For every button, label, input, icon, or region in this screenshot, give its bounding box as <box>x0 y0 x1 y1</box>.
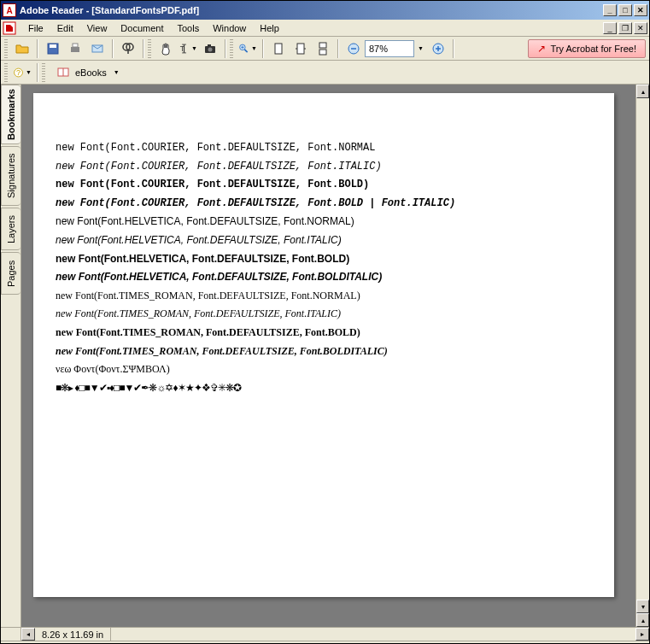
pdf-icon <box>3 21 16 35</box>
svg-rect-4 <box>73 44 78 47</box>
menu-help[interactable]: Help <box>253 21 286 35</box>
document-line: new Font(Font.TIMES_ROMAN, Font.DEFAULTS… <box>56 324 592 342</box>
vertical-scrollbar[interactable]: ▴ ▾ ▴ ▾ <box>635 85 649 627</box>
zoom-in-plus-button[interactable] <box>428 38 448 59</box>
document-line: new Font(Font.HELVETICA, Font.DEFAULTSIZ… <box>56 250 592 269</box>
tab-bookmarks[interactable]: Bookmarks <box>1 85 20 144</box>
scroll-down-button[interactable]: ▾ <box>636 600 649 613</box>
print-button[interactable] <box>65 38 85 59</box>
svg-rect-18 <box>275 44 282 54</box>
scroll-track[interactable] <box>636 98 649 600</box>
page-dimensions: 8.26 x 11.69 in <box>35 628 111 641</box>
toolbar-grip[interactable] <box>4 63 8 82</box>
document-line: new Font(Font.COURIER, Font.DEFAULTSIZE,… <box>56 139 592 158</box>
toolbar-grip[interactable] <box>4 39 8 58</box>
document-line: new Font(Font.TIMES_ROMAN, Font.DEFAULTS… <box>56 287 592 306</box>
minimize-button[interactable]: _ <box>603 4 617 16</box>
svg-line-15 <box>244 49 247 51</box>
dropdown-arrow-icon: ▼ <box>251 45 257 51</box>
toolbar-grip[interactable] <box>148 39 151 58</box>
mdi-minimize-button[interactable]: _ <box>603 22 617 34</box>
text-select-button[interactable]: T▼ <box>178 38 198 59</box>
zoom-input[interactable]: 87% <box>365 40 414 57</box>
continuous-button[interactable] <box>313 38 333 59</box>
page-up-button[interactable]: ▴ <box>636 613 649 627</box>
mdi-restore-button[interactable]: ❐ <box>618 22 632 34</box>
separator <box>337 39 339 58</box>
ebooks-label: eBooks <box>75 67 107 78</box>
search-button[interactable] <box>118 38 138 59</box>
svg-rect-3 <box>71 47 79 52</box>
separator <box>143 39 144 58</box>
toolbar-grip[interactable] <box>42 63 45 82</box>
fit-page-button[interactable] <box>268 38 289 59</box>
document-line: new Font(Font.HELVETICA, Font.DEFAULTSIZ… <box>56 213 592 231</box>
document-line: new Font(Font.COURIER, Font.DEFAULTSIZE,… <box>56 176 592 195</box>
scroll-left-button[interactable]: ◂ <box>21 628 35 641</box>
title-bar: A Adobe Reader - [StandardFontsPDF.pdf] … <box>1 1 649 20</box>
window-controls: _ □ ✕ <box>603 4 647 16</box>
scroll-right-button[interactable]: ▸ <box>635 628 649 641</box>
side-panel-tabs: Bookmarks Signatures Layers Pages <box>1 85 21 627</box>
tab-pages[interactable]: Pages <box>1 252 20 295</box>
toolbar-area: T▼ ▼ 87% ▼ ↗ Try Acrobat for Free! ?▼ eB… <box>1 37 649 85</box>
content-area: Bookmarks Signatures Layers Pages new Fo… <box>1 85 649 627</box>
email-button[interactable] <box>87 38 108 59</box>
document-line: new Font(Font.COURIER, Font.DEFAULTSIZE,… <box>56 195 592 214</box>
main-toolbar: T▼ ▼ 87% ▼ ↗ Try Acrobat for Free! <box>1 37 649 61</box>
dropdown-arrow-icon: ▼ <box>114 69 120 75</box>
separator <box>112 39 114 58</box>
separator <box>225 39 226 58</box>
h-scroll-track[interactable] <box>111 628 635 641</box>
tab-signatures[interactable]: Signatures <box>1 146 20 206</box>
maximize-button[interactable]: □ <box>618 4 632 16</box>
try-acrobat-button[interactable]: ↗ Try Acrobat for Free! <box>528 39 646 58</box>
menu-window[interactable]: Window <box>206 21 253 35</box>
document-line: new Font(Font.TIMES_ROMAN, Font.DEFAULTS… <box>56 342 592 361</box>
document-line: new Font(Font.HELVETICA, Font.DEFAULTSIZ… <box>56 268 592 287</box>
document-viewport[interactable]: new Font(Font.COURIER, Font.DEFAULTSIZE,… <box>21 85 649 627</box>
svg-rect-2 <box>50 44 56 48</box>
menu-edit[interactable]: Edit <box>50 21 80 35</box>
fit-width-button[interactable] <box>290 38 311 59</box>
help-button[interactable]: ?▼ <box>12 62 32 83</box>
zoom-out-button[interactable] <box>343 38 364 59</box>
svg-rect-20 <box>319 43 326 48</box>
tab-layers[interactable]: Layers <box>1 208 20 250</box>
separator <box>37 39 38 58</box>
menu-file[interactable]: File <box>21 21 50 35</box>
separator <box>262 39 264 58</box>
menu-tools[interactable]: Tools <box>171 21 207 35</box>
pdf-page: new Font(Font.COURIER, Font.DEFAULTSIZE,… <box>33 93 614 597</box>
snapshot-button[interactable] <box>200 38 220 59</box>
toolbar-grip[interactable] <box>230 39 233 58</box>
dropdown-arrow-icon: ▼ <box>191 45 197 51</box>
save-button[interactable] <box>43 38 63 59</box>
menu-bar: File Edit View Document Tools Window Hel… <box>1 20 649 37</box>
ebooks-button[interactable]: eBooks ▼ <box>49 63 127 82</box>
svg-text:?: ? <box>16 68 20 77</box>
svg-rect-21 <box>319 50 326 55</box>
side-spacer <box>1 628 21 641</box>
horizontal-scroll-area: ◂ 8.26 x 11.69 in ▸ <box>1 627 649 641</box>
app-icon: A <box>3 3 16 17</box>
zoom-in-button[interactable]: ▼ <box>237 38 258 59</box>
menu-document[interactable]: Document <box>114 21 170 35</box>
promo-label: Try Acrobat for Free! <box>551 44 636 54</box>
document-line: νεω Φοντ(Φοντ.ΣΨΜΒΟΛ) <box>56 360 592 379</box>
menu-view[interactable]: View <box>80 21 114 35</box>
document-line: ■❋▸ ♦□■▼✔▪♦□■▼✔✒❋☼✡♦✶★✦❖✞✳❋✪ <box>56 379 592 398</box>
open-button[interactable] <box>12 38 32 59</box>
hand-tool-button[interactable] <box>155 38 176 59</box>
status-bar: ⏮ ◀ ▶ ⏭ ● ● <box>1 641 649 644</box>
close-button[interactable]: ✕ <box>634 4 647 16</box>
svg-rect-19 <box>297 44 304 54</box>
scroll-up-button[interactable]: ▴ <box>636 85 649 98</box>
ebooks-icon <box>56 66 70 79</box>
document-line: new Font(Font.COURIER, Font.DEFAULTSIZE,… <box>56 158 592 177</box>
svg-point-12 <box>208 47 213 51</box>
secondary-toolbar: ?▼ eBooks ▼ <box>1 61 649 85</box>
document-line: new Font(Font.HELVETICA, Font.DEFAULTSIZ… <box>56 231 592 250</box>
zoom-dropdown-icon[interactable]: ▼ <box>418 45 424 51</box>
mdi-close-button[interactable]: ✕ <box>634 22 647 34</box>
